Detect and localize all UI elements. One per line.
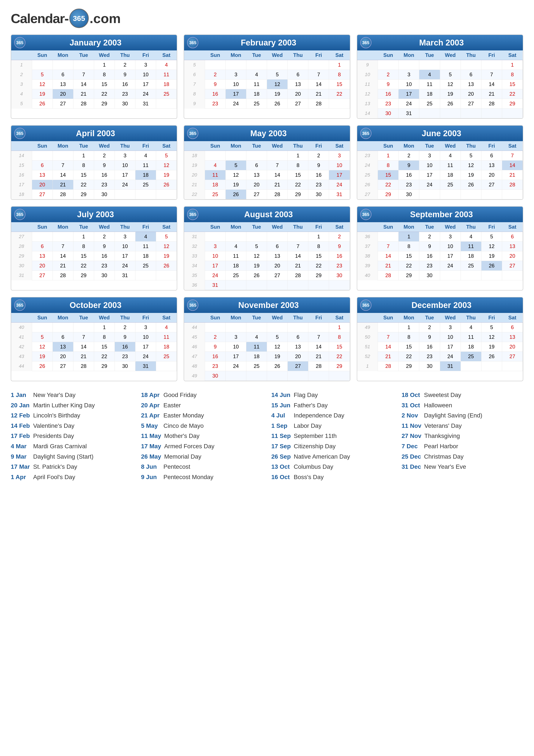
day-cell: 12 (32, 342, 53, 352)
week-number: 38 (357, 251, 378, 261)
day-cell: 16 (308, 170, 329, 180)
day-cell: 21 (73, 352, 94, 362)
day-cell: 10 (136, 332, 156, 342)
day-cell: 1 (378, 151, 398, 161)
day-cell: 10 (136, 70, 156, 80)
day-cell: 23 (114, 89, 135, 99)
day-cell: 23 (308, 180, 329, 190)
list-item: 9 MarDaylight Saving (Start) (11, 451, 132, 462)
day-cell: 4 (246, 332, 267, 342)
week-number: 49 (357, 323, 378, 332)
holiday-name: Cinco de Mayo (164, 421, 204, 431)
day-cell (378, 60, 398, 70)
sat-header: Sat (329, 141, 350, 151)
holiday-date: 11 May (141, 431, 161, 441)
fri-header: Fri (136, 313, 156, 323)
week-number: 16 (11, 170, 32, 180)
day-cell: 20 (246, 180, 267, 190)
day-cell: 26 (267, 99, 288, 109)
sun-header: Sun (205, 50, 225, 60)
day-cell: 9 (419, 332, 440, 342)
list-item: 4 MarMardi Gras Carnival (11, 441, 132, 451)
day-cell: 5 (226, 161, 246, 170)
list-item: 4 JulIndependence Day (271, 410, 393, 421)
day-cell: 19 (32, 352, 53, 362)
day-cell (226, 232, 246, 242)
holiday-date: 1 Apr (11, 472, 30, 482)
day-cell: 21 (308, 89, 329, 99)
day-cell: 22 (378, 180, 398, 190)
day-cell: 8 (378, 161, 398, 170)
day-cell (246, 232, 267, 242)
day-cell: 22 (94, 89, 114, 99)
sun-header: Sun (32, 50, 53, 60)
day-cell: 25 (246, 362, 267, 371)
day-cell: 23 (205, 362, 225, 371)
day-cell: 24 (114, 261, 135, 271)
day-cell: 24 (226, 362, 246, 371)
sat-header: Sat (156, 141, 177, 151)
day-cell (246, 60, 267, 70)
day-cell: 15 (308, 251, 329, 261)
week-number: 18 (184, 151, 205, 161)
day-cell: 11 (136, 161, 156, 170)
day-cell: 9 (308, 161, 329, 170)
day-cell: 4 (461, 323, 481, 332)
cal-badge: 365 (187, 300, 198, 311)
day-cell (440, 190, 461, 199)
day-cell: 13 (32, 251, 53, 261)
day-cell: 4 (440, 151, 461, 161)
cal-table: Sun Mon Tue Wed Thu Fri Sat 141234515678… (11, 141, 177, 199)
day-cell: 5 (440, 70, 461, 80)
list-item: 14 JunFlag Day (271, 390, 393, 400)
list-item: 21 AprEaster Monday (141, 410, 263, 421)
day-cell (378, 232, 398, 242)
cal-badge: 365 (360, 209, 371, 220)
week-number: 43 (11, 352, 32, 362)
week-number: 9 (357, 60, 378, 70)
day-cell: 16 (378, 89, 398, 99)
holiday-date: 20 Apr (141, 400, 161, 411)
holiday-date: 4 Mar (11, 441, 30, 451)
day-cell: 28 (53, 271, 73, 281)
day-cell: 27 (32, 271, 53, 281)
day-cell: 1 (502, 60, 522, 70)
day-cell: 18 (461, 251, 481, 261)
week-number: 26 (357, 180, 378, 190)
cal-table: Sun Mon Tue Wed Thu Fri Sat 911023456781… (357, 50, 523, 118)
day-cell: 19 (440, 89, 461, 99)
sat-header: Sat (502, 222, 522, 232)
day-cell (32, 232, 53, 242)
day-cell (329, 281, 350, 290)
day-cell: 21 (308, 352, 329, 362)
day-cell: 7 (73, 70, 94, 80)
day-cell: 30 (114, 362, 135, 371)
day-cell: 4 (205, 161, 225, 170)
day-cell: 19 (481, 251, 502, 261)
mon-header: Mon (398, 50, 419, 60)
day-cell (267, 281, 288, 290)
day-cell: 20 (267, 261, 288, 271)
cal-badge: 365 (14, 209, 25, 220)
holiday-date: 9 Mar (11, 451, 30, 462)
day-cell (73, 60, 94, 70)
tue-header: Tue (73, 50, 94, 60)
wed-header: Wed (267, 141, 288, 151)
day-cell (32, 151, 53, 161)
day-cell (481, 60, 502, 70)
list-item: 5 MayCinco de Mayo (141, 421, 263, 431)
day-cell (440, 60, 461, 70)
holiday-name: Mother's Day (164, 431, 199, 441)
week-header (184, 50, 205, 60)
day-cell: 15 (73, 251, 94, 261)
day-cell: 5 (267, 332, 288, 342)
day-cell: 16 (94, 251, 114, 261)
fri-header: Fri (308, 50, 329, 60)
day-cell (329, 371, 350, 381)
day-cell: 22 (308, 261, 329, 271)
holiday-date: 31 Oct (402, 400, 421, 411)
cal-badge: 365 (14, 37, 25, 48)
day-cell: 7 (53, 242, 73, 251)
day-cell: 17 (226, 89, 246, 99)
day-cell (461, 60, 481, 70)
